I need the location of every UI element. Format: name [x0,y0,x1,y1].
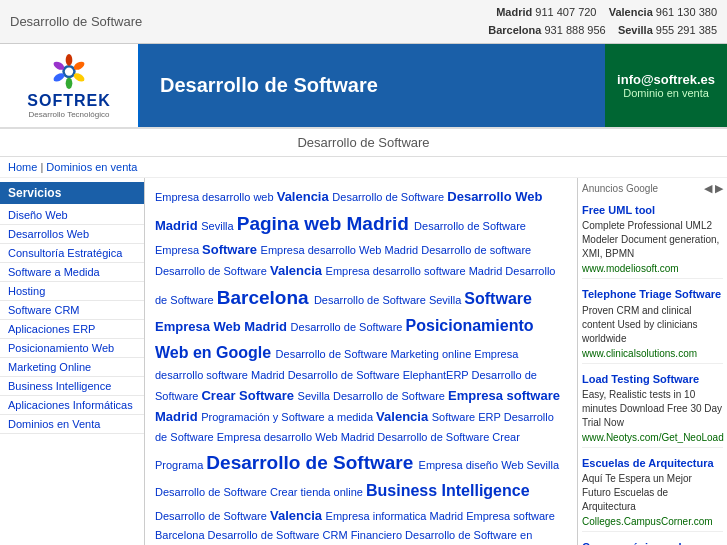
ad-url[interactable]: www.modeliosoft.com [582,263,723,274]
content-tag[interactable]: Desarrollo de Software [206,452,418,473]
content-tag[interactable]: de Software [344,321,406,333]
content-tag[interactable]: Desarrollo de Software [333,390,448,402]
madrid-label: Madrid [496,6,532,18]
content-tag[interactable]: Empresa desarrollo Web Madrid [217,431,378,443]
sidebar-item[interactable]: Marketing Online [0,358,144,377]
content-tag[interactable]: Software ERP [432,411,504,423]
content-tag[interactable]: CRM Financiero [323,529,406,541]
logo-area: SOFTREK Desarrollo Tecnológico [0,44,140,127]
sidebar-item[interactable]: Software CRM [0,301,144,320]
sidebar-item[interactable]: Hosting [0,282,144,301]
sidebar-item[interactable]: Posicionamiento Web [0,339,144,358]
content-tag[interactable]: Desarrollo de Software [332,191,447,203]
content-tag[interactable]: Desarrollo de Software [208,529,323,541]
content-tag[interactable]: Barcelona [217,287,314,308]
sidebar-items: Diseño WebDesarrollos WebConsultoría Est… [0,206,144,434]
content-tag[interactable]: Desarrollo de Software [288,369,403,381]
content-tag[interactable]: Software [202,242,261,257]
sidebar-item[interactable]: Aplicaciones Informáticas [0,396,144,415]
sidebar: Servicios Diseño WebDesarrollos WebConsu… [0,178,145,545]
barcelona-phone: 931 888 956 [545,24,606,36]
sidebar-item[interactable]: Software a Medida [0,263,144,282]
sidebar-item[interactable]: Dominios en Venta [0,415,144,434]
ads-list: Free UML toolComplete Professional UML2 … [582,199,723,545]
sidebar-item[interactable]: Aplicaciones ERP [0,320,144,339]
ad-block: Crea su página webSimple, rápido y profe… [582,536,723,545]
content-tag[interactable]: Desarrollo de Software [276,348,391,360]
content-tag[interactable]: Empresa desarrollo web [155,191,277,203]
breadcrumb-separator: | [40,161,43,173]
ad-url[interactable]: www.Neotys.com/Get_NeoLoad [582,432,723,443]
content-tag[interactable]: Empresa desarrollo Web Madrid [261,244,422,256]
barcelona-label: Barcelona [488,24,541,36]
content-tag[interactable]: Empresa [155,244,202,256]
sidebar-item[interactable]: Diseño Web [0,206,144,225]
content-tag[interactable]: Sevilla [429,294,464,306]
sevilla-label: Sevilla [618,24,653,36]
logo-box: SOFTREK Desarrollo Tecnológico [27,52,110,119]
content-tag[interactable]: Valencia [270,263,326,278]
valencia-phone: 961 130 380 [656,6,717,18]
content-area: Empresa desarrollo web Valencia Desarrol… [145,178,577,545]
logo-text: SOFTREK [27,92,110,110]
content-tag[interactable]: Crear tienda online [270,486,366,498]
ads-nav-arrows[interactable]: ◀ ▶ [704,182,723,195]
ad-block: Telephone Triage SoftwareProven CRM and … [582,283,723,363]
ad-title[interactable]: Telephone Triage Software [582,287,723,301]
logo-sub: Desarrollo Tecnológico [29,110,110,119]
ads-header: Anuncios Google ◀ ▶ [582,182,723,195]
header-dominio: Dominio en venta [617,87,715,99]
ad-title[interactable]: Free UML tool [582,203,723,217]
content-tags: Empresa desarrollo web Valencia Desarrol… [155,186,567,545]
content-tag[interactable]: Crear Software [201,388,297,403]
content-tag[interactable]: Desarrollo de Software [155,265,270,277]
top-contact: Madrid 911 407 720 Valencia 961 130 380 … [488,4,717,39]
content-tag[interactable]: Valencia [376,409,432,424]
content-tag[interactable]: Desarrollo de software [421,244,531,256]
ad-title[interactable]: Escuelas de Arquitectura [582,456,723,470]
content-tag[interactable]: Empresa diseño Web Sevilla [419,459,559,471]
ad-body: Aquí Te Espera un Mejor Futuro Escuelas … [582,472,723,514]
header: SOFTREK Desarrollo Tecnológico Desarroll… [0,44,727,129]
content-tag[interactable]: ElephantERP [403,369,472,381]
ad-block: Load Testing SoftwareEasy, Realistic tes… [582,368,723,448]
content-tag[interactable]: Sevilla [201,220,236,232]
ad-body: Easy, Realistic tests in 10 minutes Down… [582,388,723,430]
ad-title[interactable]: Load Testing Software [582,372,723,386]
logo-icon [44,52,94,92]
ad-url[interactable]: Colleges.CampusCorner.com [582,516,723,527]
sub-header-title: Desarrollo de Software [297,135,429,150]
breadcrumb: Home | Dominios en venta [0,157,727,178]
content-tag[interactable]: Empresa informatica Madrid [326,510,467,522]
content-tag[interactable]: Empresa Web Madrid [155,319,291,334]
content-tag[interactable]: Desarrollo de Software [155,486,270,498]
content-tag[interactable]: Pagina web Madrid [237,213,414,234]
content-tag[interactable]: Desarrollo de Software [377,431,492,443]
ad-title[interactable]: Crea su página web [582,540,723,545]
header-right: info@softrek.es Dominio en venta [605,44,727,127]
content-tag[interactable]: Marketing online [391,348,475,360]
breadcrumb-home[interactable]: Home [8,161,37,173]
header-email[interactable]: info@softrek.es [617,72,715,87]
header-title-area: Desarrollo de Software [140,44,605,127]
content-tag[interactable]: Desarrollo [291,321,344,333]
content-tag[interactable]: Valencia [277,189,333,204]
header-title: Desarrollo de Software [160,74,378,97]
content-tag[interactable]: Valencia [270,508,326,523]
content-tag[interactable]: Sevilla [298,390,333,402]
content-tag[interactable]: Business Intelligence [366,482,530,499]
content-tag[interactable]: Programación y Software a medida [201,411,376,423]
content-tag[interactable]: Desarrollo de Software [155,510,270,522]
content-tag[interactable]: Empresa desarrollo software Madrid [326,265,506,277]
content-tag[interactable]: Software [464,290,532,307]
sidebar-item[interactable]: Business Intelligence [0,377,144,396]
breadcrumb-dominios[interactable]: Dominios en venta [46,161,137,173]
ads-google-label: Anuncios Google [582,183,658,194]
svg-point-4 [66,78,73,90]
sidebar-item[interactable]: Desarrollos Web [0,225,144,244]
sidebar-item[interactable]: Consultoría Estratégica [0,244,144,263]
ad-url[interactable]: www.clinicalsolutions.com [582,348,723,359]
content-tag[interactable]: Desarrollo de Software [414,220,526,232]
content-tag[interactable]: Desarrollo de Software [314,294,429,306]
ad-block: Escuelas de ArquitecturaAquí Te Espera u… [582,452,723,532]
